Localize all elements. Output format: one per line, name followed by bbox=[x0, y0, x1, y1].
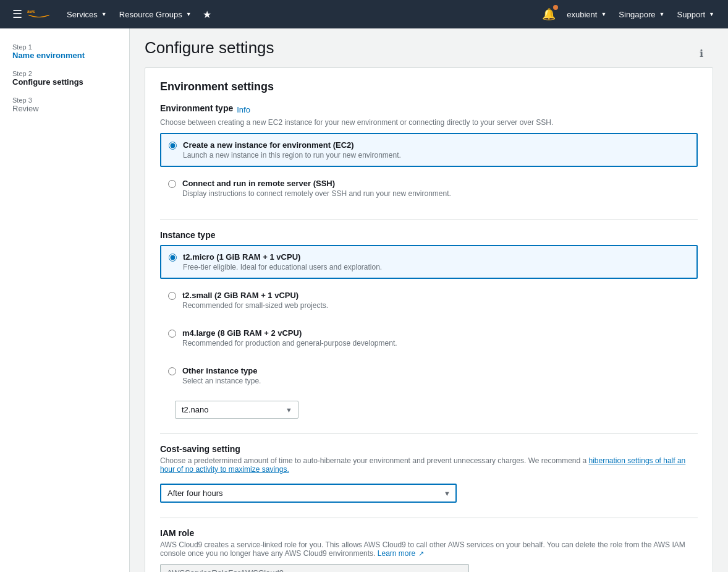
aws-logo: aws bbox=[27, 6, 51, 23]
user-menu[interactable]: exubient ▼ bbox=[561, 0, 612, 28]
instance-type-label: Instance type bbox=[160, 230, 215, 240]
environment-settings-card: Environment settings Environment type In… bbox=[145, 67, 713, 572]
instance-other-option[interactable]: Other instance type Select an instance t… bbox=[160, 359, 698, 392]
env-type-label: Environment type bbox=[160, 103, 233, 113]
support-chevron-icon: ▼ bbox=[709, 11, 714, 17]
instance-t2small-option[interactable]: t2.small (2 GiB RAM + 1 vCPU) Recommende… bbox=[160, 284, 698, 317]
instance-m4large-option[interactable]: m4.large (8 GiB RAM + 2 vCPU) Recommende… bbox=[160, 322, 698, 354]
instance-other-label: Other instance type bbox=[182, 366, 261, 375]
env-type-ssh-radio[interactable] bbox=[168, 180, 176, 188]
iam-role-input bbox=[160, 564, 469, 572]
env-type-ec2-option[interactable]: Create a new instance for environment (E… bbox=[160, 133, 698, 167]
env-type-ssh-desc: Display instructions to connect remotely… bbox=[182, 189, 451, 198]
user-chevron-icon: ▼ bbox=[601, 11, 606, 17]
cost-saving-label: Cost-saving setting bbox=[160, 444, 240, 454]
cost-saving-section: Cost-saving setting Choose a predetermin… bbox=[160, 444, 698, 503]
env-type-ssh-option[interactable]: Connect and run in remote server (SSH) D… bbox=[160, 172, 698, 205]
bookmarks-icon[interactable]: ★ bbox=[198, 0, 216, 28]
iam-role-section: IAM role AWS Cloud9 creates a service-li… bbox=[160, 528, 698, 572]
instance-other-desc: Select an instance type. bbox=[182, 377, 261, 385]
cost-saving-dropdown[interactable]: After 30 minutes After 1 hour After 2 ho… bbox=[160, 484, 457, 503]
sidebar-step-1[interactable]: Step 1 Name environment bbox=[0, 38, 129, 65]
instance-m4large-label: m4.large (8 GiB RAM + 2 vCPU) bbox=[182, 328, 397, 338]
resource-groups-menu[interactable]: Resource Groups ▼ bbox=[113, 0, 198, 28]
sidebar-step-3[interactable]: Step 3 Review bbox=[0, 92, 129, 118]
sidebar-step-1-name: Name environment bbox=[12, 51, 117, 60]
page-header: Configure settings ℹ bbox=[145, 38, 713, 67]
instance-m4large-radio[interactable] bbox=[168, 330, 176, 338]
cost-saving-desc: Choose a predetermined amount of time to… bbox=[160, 456, 698, 474]
instance-t2micro-radio[interactable] bbox=[169, 254, 177, 262]
hamburger-menu[interactable]: ☰ bbox=[7, 0, 27, 28]
sidebar-step-2-name: Configure settings bbox=[12, 77, 117, 87]
env-type-ec2-radio[interactable] bbox=[169, 142, 177, 150]
external-link-icon: ↗ bbox=[418, 550, 424, 557]
instance-other-dropdown[interactable]: t2.nano t2.medium t3.small t3.medium bbox=[175, 401, 298, 419]
env-type-desc: Choose between creating a new EC2 instan… bbox=[160, 118, 698, 127]
env-type-ec2-label: Create a new instance for environment (E… bbox=[183, 140, 401, 150]
page-title: Configure settings bbox=[145, 38, 274, 58]
env-type-ssh-label: Connect and run in remote server (SSH) bbox=[182, 179, 451, 188]
instance-t2micro-desc: Free-tier eligible. Ideal for educationa… bbox=[183, 263, 382, 271]
region-chevron-icon: ▼ bbox=[659, 11, 665, 17]
instance-t2small-radio[interactable] bbox=[168, 292, 176, 300]
nav-right: 🔔 exubient ▼ Singapore ▼ Support ▼ bbox=[537, 0, 721, 28]
notifications-bell-icon[interactable]: 🔔 bbox=[537, 0, 561, 28]
region-menu[interactable]: Singapore ▼ bbox=[612, 0, 671, 28]
services-chevron-icon: ▼ bbox=[101, 11, 107, 17]
main-content: Configure settings ℹ Environment setting… bbox=[130, 28, 728, 572]
sidebar-step-3-name: Review bbox=[12, 104, 117, 113]
page-info-icon[interactable]: ℹ bbox=[700, 47, 703, 59]
resource-groups-chevron-icon: ▼ bbox=[186, 11, 192, 17]
sidebar: Step 1 Name environment Step 2 Configure… bbox=[0, 28, 130, 572]
iam-role-desc: AWS Cloud9 creates a service-linked role… bbox=[160, 540, 698, 558]
main-layout: Step 1 Name environment Step 2 Configure… bbox=[0, 28, 728, 572]
instance-t2micro-option[interactable]: t2.micro (1 GiB RAM + 1 vCPU) Free-tier … bbox=[160, 245, 698, 279]
services-menu[interactable]: Services ▼ bbox=[61, 0, 113, 28]
env-type-section: Environment type Info Choose between cre… bbox=[160, 103, 698, 205]
card-title: Environment settings bbox=[160, 80, 698, 93]
instance-t2small-label: t2.small (2 GiB RAM + 1 vCPU) bbox=[182, 291, 328, 300]
instance-other-radio[interactable] bbox=[168, 367, 176, 375]
env-type-info-link[interactable]: Info bbox=[237, 105, 250, 114]
support-menu[interactable]: Support ▼ bbox=[671, 0, 721, 28]
notification-badge bbox=[553, 5, 558, 10]
cost-saving-link[interactable]: hibernation settings of half an hour of … bbox=[160, 456, 685, 474]
instance-m4large-desc: Recommended for production and general-p… bbox=[182, 339, 397, 348]
env-type-ec2-desc: Launch a new instance in this region to … bbox=[183, 151, 401, 160]
instance-t2small-desc: Recommended for small-sized web projects… bbox=[182, 301, 328, 310]
iam-role-label: IAM role bbox=[160, 528, 194, 538]
instance-t2micro-label: t2.micro (1 GiB RAM + 1 vCPU) bbox=[183, 252, 382, 262]
learn-more-link[interactable]: Learn more ↗ bbox=[378, 549, 425, 558]
sidebar-step-2[interactable]: Step 2 Configure settings bbox=[0, 65, 129, 92]
top-nav: ☰ aws Services ▼ Resource Groups ▼ ★ 🔔 e… bbox=[0, 0, 728, 28]
instance-type-section: Instance type t2.micro (1 GiB RAM + 1 vC… bbox=[160, 230, 698, 419]
svg-text:aws: aws bbox=[27, 9, 35, 14]
